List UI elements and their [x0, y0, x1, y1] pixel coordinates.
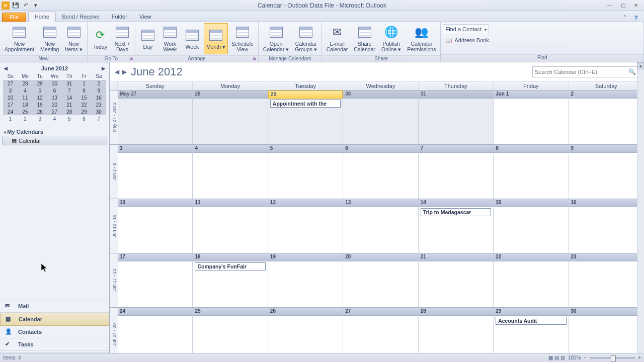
day-cell[interactable]: 31: [419, 90, 494, 144]
appointment-item[interactable]: Appointment with the: [270, 100, 341, 108]
qat-more-icon[interactable]: ▾: [31, 2, 40, 10]
day-cell[interactable]: 30: [343, 90, 418, 144]
status-items: Items: 4: [3, 355, 21, 360]
vertical-scrollbar[interactable]: ▲ ▼: [637, 62, 644, 362]
search-input[interactable]: [535, 69, 628, 75]
nav-tasks[interactable]: ✔Tasks: [0, 338, 109, 351]
zoom-in-icon[interactable]: +: [638, 355, 641, 360]
day-cell[interactable]: 7: [419, 145, 494, 199]
help-icon[interactable]: ?: [632, 14, 640, 22]
week-label[interactable]: May 27 - Jun 2: [110, 90, 118, 144]
day-cell[interactable]: 22: [494, 253, 569, 307]
group-arrange: Day Work Week Week Month ▾ Schedule View…: [135, 22, 259, 62]
tab-send-receive[interactable]: Send / Receive: [56, 12, 106, 22]
day-cell[interactable]: 23: [569, 253, 644, 307]
day-cell[interactable]: 28: [193, 90, 268, 144]
scroll-up-icon[interactable]: ▲: [637, 62, 644, 69]
calendar-groups-button[interactable]: Calendar Groups ▾: [292, 23, 319, 54]
new-meeting-button[interactable]: New Meeting: [38, 23, 61, 54]
week-label[interactable]: Jun 10 - 16: [110, 199, 118, 253]
day-cell[interactable]: 29Appointment with the: [268, 90, 343, 144]
week-label[interactable]: Jun 3 - 9: [110, 145, 118, 199]
day-number: 16: [569, 199, 643, 207]
appointment-item[interactable]: Accounts Audit: [496, 317, 566, 325]
zoom-out-icon[interactable]: −: [584, 355, 587, 360]
day-cell[interactable]: 19: [268, 253, 343, 307]
day-cell[interactable]: 6: [343, 145, 418, 199]
week-label[interactable]: Jun 17 - 23: [110, 253, 118, 307]
tab-view[interactable]: View: [133, 12, 157, 22]
search-box[interactable]: 🔍: [532, 66, 639, 77]
day-cell[interactable]: 9: [569, 145, 644, 199]
day-cell[interactable]: Jun 1: [494, 90, 569, 144]
day-cell[interactable]: 3: [118, 145, 193, 199]
today-button[interactable]: ⟳Today: [90, 23, 111, 54]
share-calendar-button[interactable]: Share Calendar: [351, 23, 378, 54]
address-book-button[interactable]: 📖Address Book: [443, 35, 489, 45]
day-cell[interactable]: 21: [419, 253, 494, 307]
week-view-button[interactable]: Week: [182, 23, 203, 54]
calendar-permissions-button[interactable]: 👥Calendar Permissions: [405, 23, 438, 54]
ribbon-minimize-icon[interactable]: ˄: [621, 14, 629, 22]
day-cell[interactable]: 12: [268, 199, 343, 253]
appointment-item[interactable]: Trip to Madagascar: [421, 208, 491, 216]
close-button[interactable]: ✕: [630, 2, 642, 10]
day-number: 28: [193, 90, 267, 99]
mini-calendar[interactable]: ◀ June 2012 ▶ SuMoTuWeThFrSa 27282930311…: [0, 62, 109, 122]
zoom-slider[interactable]: [590, 357, 635, 359]
nav-calendar[interactable]: ▦Calendar: [0, 313, 109, 326]
day-cell[interactable]: 16: [569, 199, 644, 253]
day-cell[interactable]: 8: [494, 145, 569, 199]
day-cell[interactable]: 13: [343, 199, 418, 253]
month-view-button[interactable]: Month ▾: [204, 23, 228, 54]
day-cell[interactable]: 5: [268, 145, 343, 199]
undo-icon[interactable]: ↶: [21, 2, 30, 10]
navigation-pane: ◀ June 2012 ▶ SuMoTuWeThFrSa 27282930311…: [0, 62, 110, 362]
day-cell[interactable]: May 27: [118, 90, 193, 144]
day-number: 15: [494, 199, 568, 207]
appointment-item[interactable]: Company's FunFair: [195, 262, 265, 270]
day-number: 30: [343, 90, 418, 99]
day-view-button[interactable]: Day: [137, 23, 158, 54]
tab-folder[interactable]: Folder: [106, 12, 133, 22]
workweek-view-button[interactable]: Work Week: [159, 23, 181, 54]
email-calendar-button[interactable]: ✉E-mail Calendar: [324, 23, 351, 54]
day-number: 14: [419, 199, 493, 207]
find-contact-input[interactable]: Find a Contact: [443, 24, 489, 34]
publish-online-button[interactable]: 🌐Publish Online ▾: [379, 23, 404, 54]
day-cell[interactable]: 2: [569, 90, 644, 144]
minical-prev-icon[interactable]: ◀: [4, 66, 8, 71]
day-cell[interactable]: 20: [343, 253, 418, 307]
day-number: 5: [268, 145, 343, 153]
nav-contacts[interactable]: 👤Contacts: [0, 326, 109, 338]
day-cell[interactable]: 18Company's FunFair: [193, 253, 268, 307]
day-cell[interactable]: 4: [193, 145, 268, 199]
minical-next-icon[interactable]: ▶: [102, 66, 105, 71]
new-appointment-button[interactable]: New Appointment: [2, 23, 37, 54]
view-buttons-icon[interactable]: ▦ ▤ ▥: [548, 355, 565, 360]
arrange-launcher-icon[interactable]: ⇲: [252, 56, 257, 61]
day-cell[interactable]: 15: [494, 199, 569, 253]
calendar-tree-item[interactable]: ▦ Calendar: [2, 136, 107, 145]
day-number: May 27: [118, 90, 192, 99]
next7days-button[interactable]: Next 7 Days: [112, 23, 133, 54]
day-cell[interactable]: 10: [118, 199, 193, 253]
next-month-icon[interactable]: ▶: [122, 68, 127, 75]
tab-file[interactable]: File: [2, 13, 26, 22]
schedule-view-button[interactable]: Schedule View: [229, 23, 256, 54]
search-icon[interactable]: 🔍: [628, 68, 636, 75]
day-cell[interactable]: 17: [118, 253, 193, 307]
day-cell[interactable]: 14Trip to Madagascar: [419, 199, 494, 253]
save-icon[interactable]: 💾: [11, 2, 20, 10]
day-cell[interactable]: 11: [193, 199, 268, 253]
new-items-button[interactable]: New Items ▾: [62, 23, 85, 54]
open-calendar-button[interactable]: Open Calendar ▾: [261, 23, 292, 54]
tab-home[interactable]: Home: [28, 12, 56, 22]
prev-month-icon[interactable]: ◀: [115, 68, 119, 75]
goto-launcher-icon[interactable]: ⇲: [129, 56, 134, 61]
nav-mail[interactable]: ✉Mail: [0, 300, 109, 313]
group-new: New Appointment New Meeting New Items ▾ …: [0, 22, 88, 62]
my-calendars-header[interactable]: My Calendars: [2, 128, 107, 136]
maximize-button[interactable]: ▢: [617, 2, 629, 10]
minimize-button[interactable]: —: [604, 2, 616, 10]
